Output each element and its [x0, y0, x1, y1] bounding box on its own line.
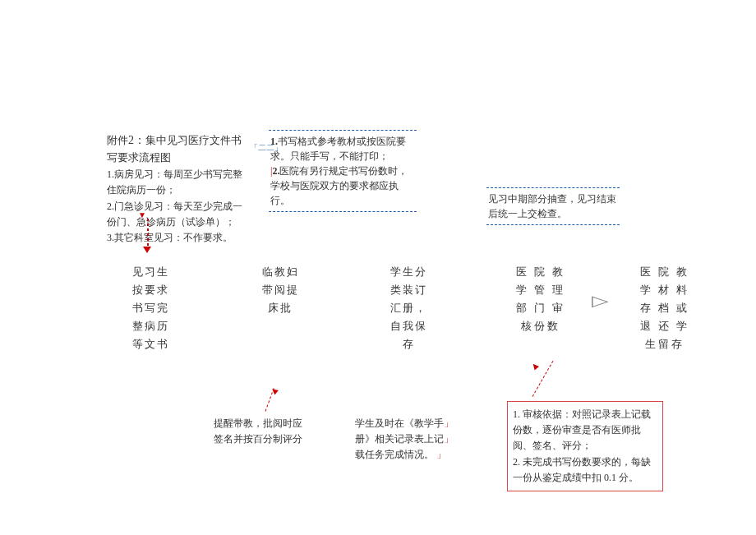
bottom-note-left: 提醒带教，批阅时应 签名并按百分制评分 — [214, 416, 320, 447]
header-block: 附件2：集中见习医疗文件书写要求流程图 1.病房见习：每周至少书写完整住院病历一… — [107, 131, 248, 246]
header-marker-icon: ▼ — [138, 210, 146, 219]
annotation-mid-line1: 1.1.书写格式参考教材或按医院要求。只能手写，不能打印；书写格式参考教材或按医… — [270, 134, 415, 164]
bottom-note-mid: 学生及时在《教学手」 册》相关记录表上记」 载任务完成情况。 」 — [355, 416, 462, 464]
node-hospital-audit: 医 院 教 学 管 理 部 门 审 核份数 — [515, 263, 566, 335]
audit-line2: 2. 未完成书写份数要求的，每缺一份从鉴定成绩中扣 0.1 分。 — [513, 454, 657, 486]
flow-arrow-icon: ▷ — [592, 292, 609, 310]
node-student-bind: 学生分 类装订 汇册， 自我保 存 — [388, 263, 429, 353]
annotation-mid-line2: |2.医院有另行规定书写份数时，学校与医院双方的要求都应执行。 — [270, 164, 415, 208]
annotation-right-line2: 后统一上交检查。 — [488, 206, 618, 221]
audit-line1: 1. 审核依据：对照记录表上记载份数，逐份审查是否有医师批阅、签名、评分； — [513, 407, 657, 454]
annotation-top-mid: 1.1.书写格式参考教材或按医院要求。只能手写，不能打印；书写格式参考教材或按医… — [269, 130, 417, 212]
annotation-top-right: 见习中期部分抽查，见习结束 后统一上交检查。 — [486, 187, 620, 225]
node-teacher-review: 临教妇 带阅提 床批 — [260, 263, 301, 317]
node-archive: 医 院 教 学 材 料 存 档 或 退 还 学 生留存 — [639, 263, 690, 353]
arrow-header-to-node1-head — [143, 247, 151, 253]
header-line1: 1.病房见习：每周至少书写完整住院病历一份； — [107, 167, 248, 198]
annotation-right-line1: 见习中期部分抽查，见习结束 — [488, 191, 618, 206]
audit-criteria-box: 1. 审核依据：对照记录表上记载份数，逐份审查是否有医师批阅、签名、评分； 2.… — [507, 401, 663, 491]
header-line3: 3.其它科室见习：不作要求。 — [107, 230, 248, 246]
connector-right-arrowhead: ▲ — [528, 358, 543, 374]
arrow-header-to-node1-line — [147, 219, 149, 248]
bracket-label: 「二二」 — [250, 143, 283, 153]
header-title: 附件2：集中见习医疗文件书写要求流程图 — [107, 131, 248, 167]
node-student-write: 见习生 按要求 书写完 整病历 等文书 — [130, 263, 171, 353]
connector-left-arrowhead: ▲ — [266, 383, 282, 399]
header-line2: 2.门急诊见习：每天至少完成一份门、急诊病历（试诊单）； — [107, 199, 248, 230]
